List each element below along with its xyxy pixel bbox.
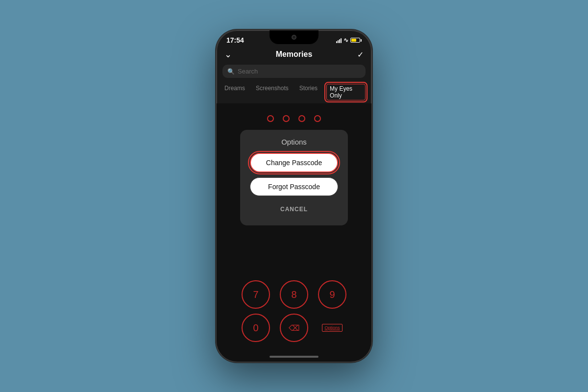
forgot-passcode-button[interactable]: Forgot Passcode: [250, 177, 338, 196]
signal-icon: [336, 37, 342, 43]
key-9[interactable]: 9: [318, 280, 346, 309]
camera: [292, 35, 296, 40]
change-passcode-button[interactable]: Change Passcode: [250, 153, 338, 172]
phone-frame: 17:54 ∿ ⌄ Memories ✓ 🔍: [216, 29, 372, 363]
keypad-row-1: 7 8 9: [242, 280, 346, 309]
delete-icon: ⌫: [289, 323, 300, 333]
tab-dreams[interactable]: Dreams: [222, 84, 247, 100]
tab-my-eyes-only[interactable]: My Eyes Only: [326, 84, 366, 100]
dot-3: [298, 115, 305, 122]
options-key[interactable]: Options: [318, 314, 346, 342]
search-bar[interactable]: 🔍 Search: [222, 65, 366, 78]
tab-screenshots[interactable]: Screenshots: [254, 84, 291, 100]
wifi-icon: ∿: [343, 37, 348, 44]
keypad: 7 8 9 0 ⌫ Options: [217, 280, 371, 342]
search-placeholder: Search: [238, 68, 258, 75]
home-indicator: [270, 356, 318, 358]
delete-key[interactable]: ⌫: [280, 314, 308, 342]
passcode-dots: [267, 115, 321, 122]
dot-4: [314, 115, 321, 122]
status-time: 17:54: [226, 36, 244, 44]
nav-bar: ⌄ Memories ✓: [217, 47, 371, 62]
key-0[interactable]: 0: [242, 314, 270, 342]
tab-stories[interactable]: Stories: [297, 84, 319, 100]
keypad-row-2: 0 ⌫ Options: [242, 314, 346, 342]
nav-title: Memories: [276, 50, 313, 59]
key-7[interactable]: 7: [242, 280, 270, 309]
options-dialog: Options Change Passcode Forgot Passcode …: [240, 130, 348, 225]
dot-2: [283, 115, 290, 122]
content-area: Options Change Passcode Forgot Passcode …: [217, 103, 371, 362]
back-button[interactable]: ⌄: [224, 49, 232, 60]
cancel-button[interactable]: CANCEL: [250, 201, 338, 218]
checkmark-icon[interactable]: ✓: [357, 50, 364, 59]
notch: [270, 30, 318, 44]
options-label[interactable]: Options: [322, 324, 342, 332]
tabs-row: Dreams Screenshots Stories My Eyes Only: [217, 81, 371, 103]
status-icons: ∿: [336, 37, 362, 44]
dialog-title: Options: [281, 138, 307, 146]
dot-1: [267, 115, 274, 122]
key-8[interactable]: 8: [280, 280, 308, 309]
battery-icon: [350, 38, 362, 43]
search-icon: 🔍: [227, 68, 235, 75]
